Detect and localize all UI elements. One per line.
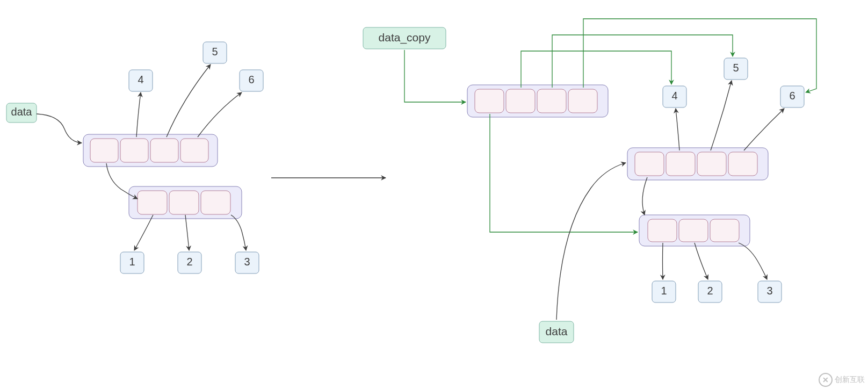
- left-arrow-data-to-list: [37, 114, 82, 143]
- svg-rect-15: [635, 152, 664, 176]
- right-orig-list: [627, 148, 768, 180]
- right-arrow-copy-to-4: [521, 51, 671, 88]
- watermark-icon: ✕: [819, 373, 833, 387]
- watermark-text: 创新互联: [835, 375, 865, 385]
- svg-rect-6: [138, 191, 167, 214]
- right-num-6: 6: [789, 90, 795, 102]
- svg-rect-7: [169, 191, 199, 214]
- left-num-6: 6: [248, 74, 254, 85]
- svg-rect-13: [568, 89, 597, 113]
- left-arrow-to-5: [167, 64, 211, 137]
- right-arrow-inner-to-2: [695, 243, 708, 279]
- svg-rect-12: [537, 89, 566, 113]
- right-num-5: 5: [733, 62, 739, 74]
- right-arrow-datacopy-to-copylist: [404, 50, 466, 102]
- svg-rect-18: [728, 152, 757, 176]
- right-arrow-inner-to-3: [739, 243, 767, 279]
- right-num-2: 2: [707, 285, 713, 297]
- svg-rect-22: [710, 219, 739, 242]
- svg-rect-8: [201, 191, 230, 214]
- right-arrow-copy-to-6: [583, 19, 816, 92]
- left-num-3: 3: [244, 256, 250, 268]
- left-data-label: data: [11, 106, 33, 118]
- right-arrow-inner-to-1: [663, 243, 663, 279]
- diagram-canvas: data 4 5 6 1 2 3: [0, 0, 868, 389]
- svg-rect-1: [90, 139, 118, 162]
- right-arrow-orig-to-innerlist: [642, 177, 647, 215]
- svg-rect-20: [648, 219, 677, 242]
- right-diagram: data_copy data 4: [363, 19, 816, 343]
- right-inner-list: [639, 215, 750, 246]
- right-arrow-copylist-to-innerlist: [490, 114, 638, 232]
- svg-rect-16: [666, 152, 695, 176]
- left-num-2: 2: [186, 256, 192, 268]
- left-top-list: [83, 134, 218, 167]
- watermark: ✕ 创新互联: [819, 373, 865, 387]
- svg-rect-10: [475, 89, 504, 113]
- right-arrow-orig-to-6: [744, 109, 784, 150]
- svg-rect-4: [180, 139, 208, 162]
- left-num-1: 1: [129, 256, 135, 268]
- right-num-3: 3: [766, 285, 772, 297]
- right-datacopy-label: data_copy: [379, 31, 431, 44]
- left-num-4: 4: [138, 74, 143, 85]
- right-arrow-data-to-origlist: [556, 163, 626, 320]
- left-bottom-list: [129, 186, 242, 219]
- left-arrow-to-4: [136, 92, 141, 137]
- right-copy-list: [467, 85, 608, 117]
- right-arrow-copy-to-5: [552, 35, 733, 88]
- right-arrow-orig-to-4: [676, 109, 679, 150]
- right-data-label: data: [546, 325, 568, 337]
- svg-rect-3: [150, 139, 178, 162]
- left-arrow-to-6: [198, 92, 242, 137]
- svg-rect-2: [120, 139, 148, 162]
- left-arrow-to-3: [231, 215, 246, 250]
- right-num-4: 4: [671, 90, 677, 102]
- left-num-5: 5: [212, 46, 218, 57]
- svg-rect-11: [506, 89, 535, 113]
- svg-rect-21: [679, 219, 708, 242]
- left-arrow-to-2: [185, 215, 189, 250]
- left-diagram: data 4 5 6 1 2 3: [6, 42, 263, 273]
- svg-rect-17: [697, 152, 726, 176]
- right-num-1: 1: [661, 285, 667, 297]
- left-arrow-to-1: [134, 215, 153, 250]
- right-arrow-orig-to-5: [711, 81, 732, 150]
